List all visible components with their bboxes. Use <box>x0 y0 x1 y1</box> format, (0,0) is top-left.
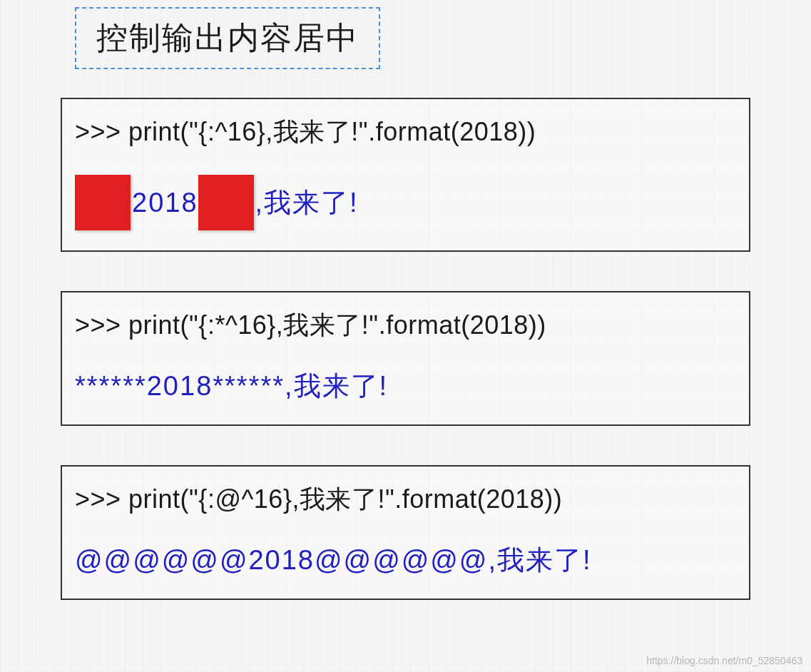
code-example-2: >>> print("{:*^16},我来了!".format(2018)) *… <box>61 291 750 426</box>
code-example-3: >>> print("{:@^16},我来了!".format(2018)) @… <box>61 465 750 600</box>
watermark: https://blog.csdn.net/m0_52850463 <box>646 655 802 666</box>
code-output: @@@@@@2018@@@@@@,我来了! <box>75 542 736 579</box>
redaction-box-icon <box>75 175 131 230</box>
output-text: 2018 <box>132 188 198 218</box>
output-text: ******2018******,我来了! <box>75 368 388 404</box>
code-output: 2018 ,我来了! <box>75 175 736 230</box>
redaction-box-icon <box>198 175 254 230</box>
content-container: 控制输出内容居中 >>> print("{:^16},我来了!".format(… <box>0 0 811 653</box>
title-box: 控制输出内容居中 <box>75 7 380 69</box>
output-text: ,我来了! <box>255 185 359 221</box>
code-input: >>> print("{:*^16},我来了!".format(2018)) <box>75 308 736 343</box>
code-output: ******2018******,我来了! <box>75 368 736 404</box>
code-input: >>> print("{:@^16},我来了!".format(2018)) <box>75 482 736 517</box>
code-input: >>> print("{:^16},我来了!".format(2018)) <box>75 115 736 150</box>
output-text: @@@@@@2018@@@@@@,我来了! <box>75 542 592 579</box>
page-title: 控制输出内容居中 <box>96 17 359 59</box>
code-example-1: >>> print("{:^16},我来了!".format(2018)) 20… <box>61 98 750 252</box>
